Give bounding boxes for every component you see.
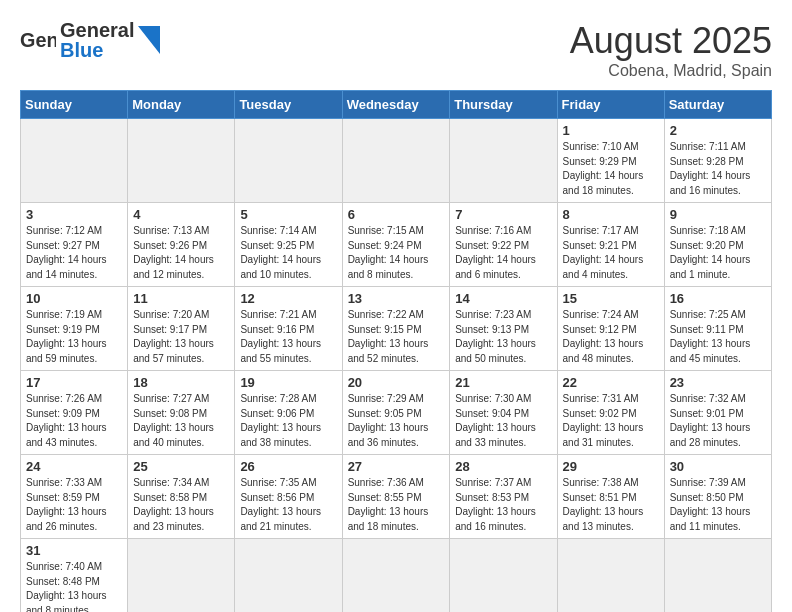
day-number: 16 (670, 291, 766, 306)
day-number: 28 (455, 459, 551, 474)
logo-blue: Blue (60, 40, 134, 60)
day-number: 1 (563, 123, 659, 138)
calendar-day-cell: 24Sunrise: 7:33 AM Sunset: 8:59 PM Dayli… (21, 455, 128, 539)
day-number: 25 (133, 459, 229, 474)
logo: General General Blue (20, 20, 160, 60)
day-info: Sunrise: 7:18 AM Sunset: 9:20 PM Dayligh… (670, 224, 766, 282)
calendar-day-cell (128, 539, 235, 613)
day-number: 19 (240, 375, 336, 390)
weekday-header-sunday: Sunday (21, 91, 128, 119)
calendar-day-cell: 2Sunrise: 7:11 AM Sunset: 9:28 PM Daylig… (664, 119, 771, 203)
day-number: 29 (563, 459, 659, 474)
calendar-day-cell: 6Sunrise: 7:15 AM Sunset: 9:24 PM Daylig… (342, 203, 450, 287)
calendar-day-cell: 18Sunrise: 7:27 AM Sunset: 9:08 PM Dayli… (128, 371, 235, 455)
logo-general: General (60, 20, 134, 40)
calendar-day-cell: 10Sunrise: 7:19 AM Sunset: 9:19 PM Dayli… (21, 287, 128, 371)
calendar-day-cell: 31Sunrise: 7:40 AM Sunset: 8:48 PM Dayli… (21, 539, 128, 613)
weekday-header-thursday: Thursday (450, 91, 557, 119)
calendar-day-cell: 5Sunrise: 7:14 AM Sunset: 9:25 PM Daylig… (235, 203, 342, 287)
calendar-day-cell: 28Sunrise: 7:37 AM Sunset: 8:53 PM Dayli… (450, 455, 557, 539)
day-info: Sunrise: 7:12 AM Sunset: 9:27 PM Dayligh… (26, 224, 122, 282)
day-number: 6 (348, 207, 445, 222)
day-number: 24 (26, 459, 122, 474)
calendar-day-cell: 9Sunrise: 7:18 AM Sunset: 9:20 PM Daylig… (664, 203, 771, 287)
day-info: Sunrise: 7:34 AM Sunset: 8:58 PM Dayligh… (133, 476, 229, 534)
day-info: Sunrise: 7:26 AM Sunset: 9:09 PM Dayligh… (26, 392, 122, 450)
logo-icon: General (20, 22, 56, 58)
day-number: 26 (240, 459, 336, 474)
logo-flag-icon (138, 26, 160, 54)
svg-text:General: General (20, 29, 56, 51)
calendar-table: SundayMondayTuesdayWednesdayThursdayFrid… (20, 90, 772, 612)
day-number: 23 (670, 375, 766, 390)
day-info: Sunrise: 7:15 AM Sunset: 9:24 PM Dayligh… (348, 224, 445, 282)
day-number: 12 (240, 291, 336, 306)
calendar-day-cell: 20Sunrise: 7:29 AM Sunset: 9:05 PM Dayli… (342, 371, 450, 455)
calendar-week-row: 31Sunrise: 7:40 AM Sunset: 8:48 PM Dayli… (21, 539, 772, 613)
calendar-day-cell: 14Sunrise: 7:23 AM Sunset: 9:13 PM Dayli… (450, 287, 557, 371)
calendar-day-cell: 11Sunrise: 7:20 AM Sunset: 9:17 PM Dayli… (128, 287, 235, 371)
day-number: 11 (133, 291, 229, 306)
day-number: 3 (26, 207, 122, 222)
calendar-day-cell: 21Sunrise: 7:30 AM Sunset: 9:04 PM Dayli… (450, 371, 557, 455)
day-info: Sunrise: 7:30 AM Sunset: 9:04 PM Dayligh… (455, 392, 551, 450)
day-info: Sunrise: 7:35 AM Sunset: 8:56 PM Dayligh… (240, 476, 336, 534)
calendar-day-cell: 15Sunrise: 7:24 AM Sunset: 9:12 PM Dayli… (557, 287, 664, 371)
day-number: 17 (26, 375, 122, 390)
calendar-week-row: 17Sunrise: 7:26 AM Sunset: 9:09 PM Dayli… (21, 371, 772, 455)
calendar-day-cell: 3Sunrise: 7:12 AM Sunset: 9:27 PM Daylig… (21, 203, 128, 287)
day-info: Sunrise: 7:25 AM Sunset: 9:11 PM Dayligh… (670, 308, 766, 366)
calendar-day-cell (21, 119, 128, 203)
day-info: Sunrise: 7:19 AM Sunset: 9:19 PM Dayligh… (26, 308, 122, 366)
calendar-day-cell: 27Sunrise: 7:36 AM Sunset: 8:55 PM Dayli… (342, 455, 450, 539)
calendar-day-cell (342, 119, 450, 203)
day-number: 20 (348, 375, 445, 390)
calendar-day-cell (664, 539, 771, 613)
calendar-day-cell: 16Sunrise: 7:25 AM Sunset: 9:11 PM Dayli… (664, 287, 771, 371)
calendar-day-cell: 25Sunrise: 7:34 AM Sunset: 8:58 PM Dayli… (128, 455, 235, 539)
day-number: 4 (133, 207, 229, 222)
day-number: 14 (455, 291, 551, 306)
calendar-day-cell: 22Sunrise: 7:31 AM Sunset: 9:02 PM Dayli… (557, 371, 664, 455)
location-subtitle: Cobena, Madrid, Spain (570, 62, 772, 80)
day-info: Sunrise: 7:16 AM Sunset: 9:22 PM Dayligh… (455, 224, 551, 282)
day-info: Sunrise: 7:40 AM Sunset: 8:48 PM Dayligh… (26, 560, 122, 612)
page-header: General General Blue August 2025 Cobena,… (20, 20, 772, 80)
calendar-week-row: 24Sunrise: 7:33 AM Sunset: 8:59 PM Dayli… (21, 455, 772, 539)
weekday-header-monday: Monday (128, 91, 235, 119)
day-info: Sunrise: 7:32 AM Sunset: 9:01 PM Dayligh… (670, 392, 766, 450)
day-number: 13 (348, 291, 445, 306)
day-info: Sunrise: 7:29 AM Sunset: 9:05 PM Dayligh… (348, 392, 445, 450)
day-info: Sunrise: 7:39 AM Sunset: 8:50 PM Dayligh… (670, 476, 766, 534)
day-number: 21 (455, 375, 551, 390)
month-title: August 2025 (570, 20, 772, 62)
calendar-week-row: 10Sunrise: 7:19 AM Sunset: 9:19 PM Dayli… (21, 287, 772, 371)
day-info: Sunrise: 7:22 AM Sunset: 9:15 PM Dayligh… (348, 308, 445, 366)
day-number: 7 (455, 207, 551, 222)
day-info: Sunrise: 7:10 AM Sunset: 9:29 PM Dayligh… (563, 140, 659, 198)
day-info: Sunrise: 7:36 AM Sunset: 8:55 PM Dayligh… (348, 476, 445, 534)
weekday-header-tuesday: Tuesday (235, 91, 342, 119)
weekday-header-saturday: Saturday (664, 91, 771, 119)
calendar-day-cell: 13Sunrise: 7:22 AM Sunset: 9:15 PM Dayli… (342, 287, 450, 371)
day-info: Sunrise: 7:24 AM Sunset: 9:12 PM Dayligh… (563, 308, 659, 366)
calendar-day-cell: 17Sunrise: 7:26 AM Sunset: 9:09 PM Dayli… (21, 371, 128, 455)
day-info: Sunrise: 7:33 AM Sunset: 8:59 PM Dayligh… (26, 476, 122, 534)
day-info: Sunrise: 7:21 AM Sunset: 9:16 PM Dayligh… (240, 308, 336, 366)
calendar-week-row: 3Sunrise: 7:12 AM Sunset: 9:27 PM Daylig… (21, 203, 772, 287)
calendar-day-cell (450, 539, 557, 613)
day-number: 8 (563, 207, 659, 222)
calendar-day-cell: 30Sunrise: 7:39 AM Sunset: 8:50 PM Dayli… (664, 455, 771, 539)
day-number: 15 (563, 291, 659, 306)
weekday-header-wednesday: Wednesday (342, 91, 450, 119)
day-number: 10 (26, 291, 122, 306)
calendar-day-cell (235, 539, 342, 613)
day-info: Sunrise: 7:11 AM Sunset: 9:28 PM Dayligh… (670, 140, 766, 198)
weekday-header-row: SundayMondayTuesdayWednesdayThursdayFrid… (21, 91, 772, 119)
title-block: August 2025 Cobena, Madrid, Spain (570, 20, 772, 80)
day-info: Sunrise: 7:17 AM Sunset: 9:21 PM Dayligh… (563, 224, 659, 282)
calendar-day-cell (235, 119, 342, 203)
calendar-day-cell: 19Sunrise: 7:28 AM Sunset: 9:06 PM Dayli… (235, 371, 342, 455)
day-number: 27 (348, 459, 445, 474)
day-info: Sunrise: 7:13 AM Sunset: 9:26 PM Dayligh… (133, 224, 229, 282)
